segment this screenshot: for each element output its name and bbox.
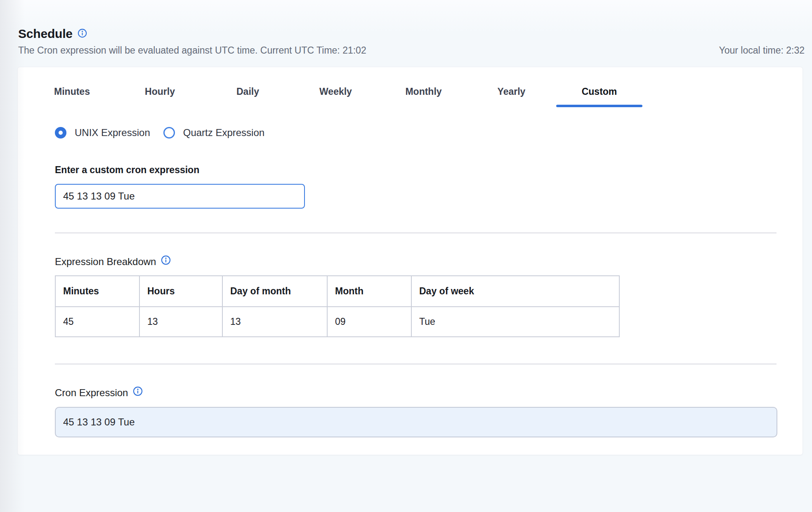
info-icon[interactable] (78, 28, 87, 40)
page-title: Schedule (18, 26, 73, 41)
tab-hourly[interactable]: Hourly (116, 84, 204, 107)
value-minutes: 45 (55, 307, 139, 337)
card-body: UNIX Expression Quartz Expression Enter … (18, 127, 803, 456)
value-day-of-month: 13 (222, 307, 327, 337)
breakdown-header-row: Minutes Hours Day of month Month Day of … (55, 276, 619, 307)
quartz-expression-label[interactable]: Quartz Expression (183, 127, 264, 139)
schedule-page: Schedule The Cron expression will be eva… (0, 0, 812, 512)
unix-expression-radio[interactable] (55, 127, 66, 139)
subtitle-row: The Cron expression will be evaluated ag… (18, 45, 805, 56)
schedule-card: Minutes Hourly Daily Weekly Monthly Year… (17, 67, 803, 455)
value-month: 09 (327, 307, 411, 337)
tab-daily[interactable]: Daily (204, 84, 292, 107)
cron-expression-title: Cron Expression (55, 387, 128, 399)
divider (55, 364, 777, 364)
column-header-hours: Hours (139, 276, 222, 307)
column-header-day-of-month: Day of month (222, 276, 327, 307)
column-header-day-of-week: Day of week (411, 276, 619, 307)
utc-time-text: The Cron expression will be evaluated ag… (18, 45, 366, 56)
custom-cron-input[interactable] (55, 184, 305, 209)
column-header-minutes: Minutes (55, 276, 139, 307)
tab-minutes[interactable]: Minutes (28, 84, 116, 107)
unix-expression-option[interactable]: UNIX Expression (55, 127, 150, 139)
tab-weekly[interactable]: Weekly (292, 84, 380, 107)
value-hours: 13 (139, 307, 222, 337)
expression-breakdown-title: Expression Breakdown (55, 256, 156, 268)
title-row: Schedule (18, 26, 805, 41)
unix-expression-label[interactable]: UNIX Expression (75, 127, 150, 139)
tab-custom[interactable]: Custom (555, 84, 643, 107)
quartz-expression-option[interactable]: Quartz Expression (163, 127, 264, 139)
expression-type-group: UNIX Expression Quartz Expression (55, 127, 777, 139)
local-time-text: Your local time: 2:32 (719, 45, 805, 56)
frequency-tabs: Minutes Hourly Daily Weekly Monthly Year… (28, 84, 803, 107)
divider (55, 233, 777, 233)
quartz-expression-radio[interactable] (163, 127, 175, 139)
breakdown-value-row: 45 13 13 09 Tue (55, 307, 619, 337)
tab-monthly[interactable]: Monthly (380, 84, 467, 107)
cron-expression-heading: Cron Expression (55, 386, 777, 399)
info-icon[interactable] (133, 386, 143, 399)
custom-cron-label: Enter a custom cron expression (55, 164, 777, 176)
expression-breakdown-heading: Expression Breakdown (55, 255, 777, 268)
tab-yearly[interactable]: Yearly (467, 84, 555, 107)
schedule-header: Schedule The Cron expression will be eva… (0, 0, 812, 56)
value-day-of-week: Tue (411, 307, 619, 337)
column-header-month: Month (327, 276, 411, 307)
expression-breakdown-table: Minutes Hours Day of month Month Day of … (55, 275, 620, 337)
info-icon[interactable] (161, 255, 171, 268)
cron-expression-output[interactable] (55, 407, 777, 437)
